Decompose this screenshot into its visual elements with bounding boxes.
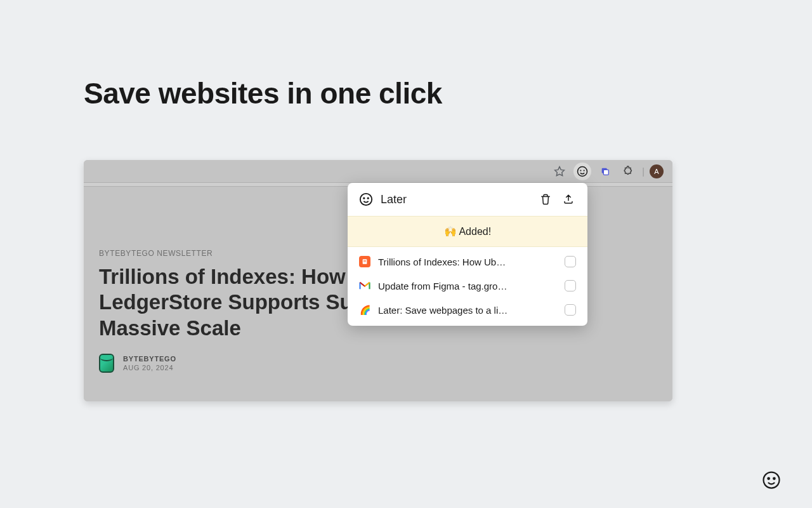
svg-point-13 — [768, 478, 769, 479]
later-extension-icon[interactable] — [573, 163, 591, 180]
delete-icon[interactable] — [538, 192, 553, 207]
share-icon[interactable] — [561, 192, 576, 207]
favicon-icon — [359, 256, 370, 267]
saved-item[interactable]: Trillions of Indexes: How Ub… — [348, 250, 587, 274]
popup-brand: Later — [381, 193, 530, 206]
publication-logo — [99, 354, 114, 373]
title-line: Trillions of Indexes: How — [99, 264, 391, 290]
svg-point-14 — [773, 478, 775, 479]
svg-marker-0 — [555, 166, 565, 175]
title-line: LedgerStore Supports Su — [99, 290, 391, 315]
browser-toolbar: | A — [84, 160, 672, 183]
toolbar-divider: | — [642, 166, 645, 177]
article-author: BYTEBYTEGO — [123, 355, 176, 363]
headline: Save websites in one click — [84, 76, 442, 110]
svg-rect-5 — [604, 170, 609, 175]
popup-header: Later — [348, 183, 587, 216]
item-checkbox[interactable] — [565, 304, 576, 316]
svg-point-3 — [584, 170, 585, 171]
favicon-icon — [359, 280, 370, 291]
profile-avatar[interactable]: A — [650, 164, 664, 178]
article-date: AUG 20, 2024 — [123, 364, 176, 371]
svg-point-2 — [580, 170, 581, 171]
svg-point-8 — [367, 197, 368, 198]
svg-point-7 — [363, 197, 364, 198]
saved-item[interactable]: Update from Figma - tag.gro… — [348, 274, 587, 298]
later-logo-icon — [359, 192, 373, 206]
svg-rect-10 — [363, 260, 366, 261]
feedback-smile-icon[interactable] — [759, 467, 784, 493]
svg-point-6 — [360, 194, 372, 205]
item-checkbox[interactable] — [565, 256, 576, 267]
item-checkbox[interactable] — [565, 280, 576, 291]
added-banner: 🙌 Added! — [348, 216, 587, 247]
svg-point-12 — [764, 472, 780, 488]
article-byline: BYTEBYTEGO AUG 20, 2024 — [99, 354, 657, 373]
saved-item[interactable]: 🌈 Later: Save webpages to a li… — [348, 298, 587, 322]
extensions-icon[interactable] — [619, 163, 637, 180]
tabs-icon[interactable] — [596, 163, 614, 180]
svg-point-1 — [578, 166, 587, 176]
favicon-icon: 🌈 — [359, 304, 370, 316]
saved-item-title: Update from Figma - tag.gro… — [378, 281, 557, 291]
article-title: Trillions of Indexes: How LedgerStore Su… — [99, 264, 391, 341]
star-icon[interactable] — [551, 163, 568, 180]
saved-item-title: Later: Save webpages to a li… — [378, 305, 557, 316]
later-extension-popup: Later 🙌 Added! Trillions of Indexes: How… — [348, 183, 587, 326]
title-line: Massive Scale — [99, 316, 391, 341]
saved-item-title: Trillions of Indexes: How Ub… — [378, 257, 557, 267]
svg-rect-11 — [363, 262, 366, 262]
saved-items-list: Trillions of Indexes: How Ub… Update fro… — [348, 247, 587, 326]
